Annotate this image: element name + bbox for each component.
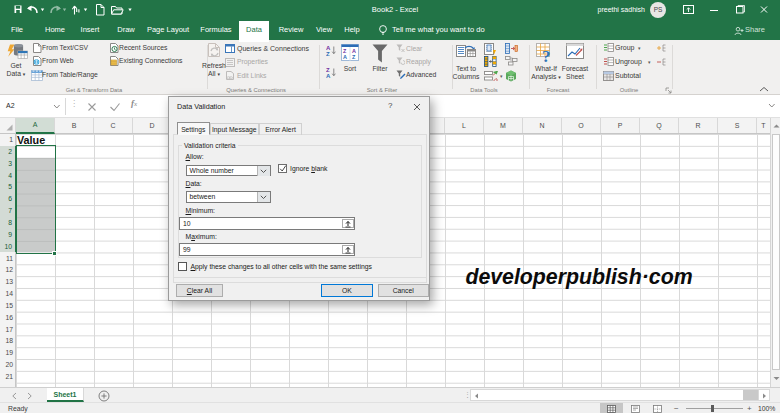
svg-text:A: A xyxy=(343,54,347,60)
svg-text:?: ? xyxy=(542,47,551,63)
svg-text:A: A xyxy=(326,45,331,51)
svg-text:Z: Z xyxy=(326,51,330,57)
svg-text:A: A xyxy=(326,73,331,79)
svg-text:Z: Z xyxy=(326,67,330,73)
